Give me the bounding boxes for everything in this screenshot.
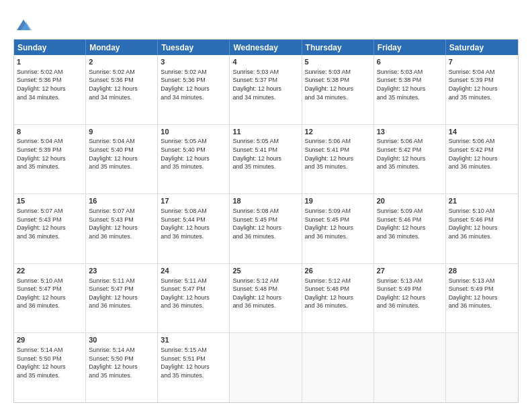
day-info: Sunrise: 5:03 AM Sunset: 5:38 PM Dayligh…: [377, 68, 443, 101]
day-info: Sunrise: 5:04 AM Sunset: 5:39 PM Dayligh…: [449, 68, 515, 101]
calendar-cell: 1Sunrise: 5:02 AM Sunset: 5:36 PM Daylig…: [14, 55, 86, 124]
day-number: 16: [89, 196, 154, 206]
day-number: 24: [161, 266, 226, 276]
header-day-saturday: Saturday: [446, 40, 518, 55]
day-number: 13: [377, 127, 443, 137]
day-number: 9: [89, 127, 154, 137]
day-info: Sunrise: 5:09 AM Sunset: 5:46 PM Dayligh…: [377, 207, 443, 240]
day-info: Sunrise: 5:02 AM Sunset: 5:36 PM Dayligh…: [17, 68, 83, 101]
day-number: 25: [232, 266, 298, 276]
day-info: Sunrise: 5:06 AM Sunset: 5:41 PM Dayligh…: [305, 137, 371, 171]
day-number: 26: [305, 266, 371, 276]
day-info: Sunrise: 5:07 AM Sunset: 5:43 PM Dayligh…: [89, 207, 154, 240]
header-day-friday: Friday: [374, 40, 446, 55]
day-number: 6: [377, 57, 443, 67]
calendar-header: SundayMondayTuesdayWednesdayThursdayFrid…: [14, 40, 518, 55]
day-number: 15: [17, 196, 83, 206]
day-number: 10: [161, 127, 226, 137]
calendar-cell: 10Sunrise: 5:05 AM Sunset: 5:40 PM Dayli…: [158, 125, 230, 194]
calendar-cell: 17Sunrise: 5:08 AM Sunset: 5:44 PM Dayli…: [158, 194, 230, 263]
day-info: Sunrise: 5:03 AM Sunset: 5:38 PM Dayligh…: [305, 68, 371, 101]
day-number: 30: [89, 335, 154, 345]
day-number: 28: [449, 266, 515, 276]
day-info: Sunrise: 5:07 AM Sunset: 5:43 PM Dayligh…: [17, 207, 83, 240]
logo: [13, 15, 34, 34]
calendar-cell: 29Sunrise: 5:14 AM Sunset: 5:50 PM Dayli…: [14, 333, 86, 402]
day-info: Sunrise: 5:05 AM Sunset: 5:40 PM Dayligh…: [161, 137, 226, 171]
calendar-cell: 25Sunrise: 5:12 AM Sunset: 5:48 PM Dayli…: [230, 264, 302, 333]
calendar-cell: [302, 333, 374, 402]
calendar-cell: 19Sunrise: 5:09 AM Sunset: 5:45 PM Dayli…: [302, 194, 374, 263]
calendar: SundayMondayTuesdayWednesdayThursdayFrid…: [13, 39, 519, 403]
day-info: Sunrise: 5:14 AM Sunset: 5:50 PM Dayligh…: [89, 346, 154, 379]
day-number: 20: [377, 196, 443, 206]
calendar-cell: 8Sunrise: 5:04 AM Sunset: 5:39 PM Daylig…: [14, 125, 86, 194]
calendar-cell: 26Sunrise: 5:12 AM Sunset: 5:48 PM Dayli…: [302, 264, 374, 333]
day-info: Sunrise: 5:11 AM Sunset: 5:47 PM Dayligh…: [89, 277, 154, 310]
calendar-cell: 22Sunrise: 5:10 AM Sunset: 5:47 PM Dayli…: [14, 264, 86, 333]
day-number: 4: [232, 57, 298, 67]
calendar-cell: 20Sunrise: 5:09 AM Sunset: 5:46 PM Dayli…: [374, 194, 446, 263]
day-number: 8: [17, 127, 83, 137]
day-info: Sunrise: 5:06 AM Sunset: 5:42 PM Dayligh…: [449, 137, 515, 171]
calendar-cell: 9Sunrise: 5:04 AM Sunset: 5:40 PM Daylig…: [86, 125, 158, 194]
day-info: Sunrise: 5:03 AM Sunset: 5:37 PM Dayligh…: [232, 68, 298, 101]
day-info: Sunrise: 5:13 AM Sunset: 5:49 PM Dayligh…: [449, 277, 515, 310]
day-number: 12: [305, 127, 371, 137]
calendar-cell: [230, 333, 302, 402]
header: [13, 12, 519, 34]
calendar-cell: [446, 333, 518, 402]
day-info: Sunrise: 5:11 AM Sunset: 5:47 PM Dayligh…: [161, 277, 226, 310]
calendar-cell: 28Sunrise: 5:13 AM Sunset: 5:49 PM Dayli…: [446, 264, 518, 333]
calendar-cell: 18Sunrise: 5:08 AM Sunset: 5:45 PM Dayli…: [230, 194, 302, 263]
header-day-tuesday: Tuesday: [158, 40, 230, 55]
day-info: Sunrise: 5:09 AM Sunset: 5:45 PM Dayligh…: [305, 207, 371, 240]
calendar-cell: 12Sunrise: 5:06 AM Sunset: 5:41 PM Dayli…: [302, 125, 374, 194]
day-info: Sunrise: 5:02 AM Sunset: 5:36 PM Dayligh…: [161, 68, 226, 101]
calendar-cell: 16Sunrise: 5:07 AM Sunset: 5:43 PM Dayli…: [86, 194, 158, 263]
header-day-monday: Monday: [86, 40, 158, 55]
day-info: Sunrise: 5:10 AM Sunset: 5:47 PM Dayligh…: [17, 277, 83, 310]
day-number: 11: [232, 127, 298, 137]
calendar-cell: 4Sunrise: 5:03 AM Sunset: 5:37 PM Daylig…: [230, 55, 302, 124]
calendar-week-1: 1Sunrise: 5:02 AM Sunset: 5:36 PM Daylig…: [14, 55, 518, 125]
day-number: 23: [89, 266, 154, 276]
calendar-cell: 13Sunrise: 5:06 AM Sunset: 5:42 PM Dayli…: [374, 125, 446, 194]
day-info: Sunrise: 5:15 AM Sunset: 5:51 PM Dayligh…: [161, 346, 226, 379]
day-number: 5: [305, 57, 371, 67]
calendar-week-4: 22Sunrise: 5:10 AM Sunset: 5:47 PM Dayli…: [14, 264, 518, 334]
calendar-cell: 2Sunrise: 5:02 AM Sunset: 5:36 PM Daylig…: [86, 55, 158, 124]
day-info: Sunrise: 5:12 AM Sunset: 5:48 PM Dayligh…: [305, 277, 371, 310]
day-info: Sunrise: 5:10 AM Sunset: 5:46 PM Dayligh…: [449, 207, 515, 240]
calendar-cell: 30Sunrise: 5:14 AM Sunset: 5:50 PM Dayli…: [86, 333, 158, 402]
day-number: 27: [377, 266, 443, 276]
calendar-week-5: 29Sunrise: 5:14 AM Sunset: 5:50 PM Dayli…: [14, 333, 518, 402]
calendar-cell: 27Sunrise: 5:13 AM Sunset: 5:49 PM Dayli…: [374, 264, 446, 333]
calendar-cell: 21Sunrise: 5:10 AM Sunset: 5:46 PM Dayli…: [446, 194, 518, 263]
day-number: 14: [449, 127, 515, 137]
calendar-cell: 3Sunrise: 5:02 AM Sunset: 5:36 PM Daylig…: [158, 55, 230, 124]
day-info: Sunrise: 5:04 AM Sunset: 5:40 PM Dayligh…: [89, 137, 154, 171]
day-number: 1: [17, 57, 83, 67]
calendar-cell: 7Sunrise: 5:04 AM Sunset: 5:39 PM Daylig…: [446, 55, 518, 124]
day-info: Sunrise: 5:13 AM Sunset: 5:49 PM Dayligh…: [377, 277, 443, 310]
calendar-cell: 23Sunrise: 5:11 AM Sunset: 5:47 PM Dayli…: [86, 264, 158, 333]
day-info: Sunrise: 5:08 AM Sunset: 5:44 PM Dayligh…: [161, 207, 226, 240]
day-number: 7: [449, 57, 515, 67]
day-number: 22: [17, 266, 83, 276]
calendar-cell: 11Sunrise: 5:05 AM Sunset: 5:41 PM Dayli…: [230, 125, 302, 194]
day-number: 18: [232, 196, 298, 206]
calendar-week-2: 8Sunrise: 5:04 AM Sunset: 5:39 PM Daylig…: [14, 125, 518, 195]
day-number: 21: [449, 196, 515, 206]
day-info: Sunrise: 5:14 AM Sunset: 5:50 PM Dayligh…: [17, 346, 83, 379]
day-info: Sunrise: 5:02 AM Sunset: 5:36 PM Dayligh…: [89, 68, 154, 101]
calendar-cell: 31Sunrise: 5:15 AM Sunset: 5:51 PM Dayli…: [158, 333, 230, 402]
calendar-cell: 6Sunrise: 5:03 AM Sunset: 5:38 PM Daylig…: [374, 55, 446, 124]
day-number: 19: [305, 196, 371, 206]
calendar-cell: 5Sunrise: 5:03 AM Sunset: 5:38 PM Daylig…: [302, 55, 374, 124]
calendar-cell: 14Sunrise: 5:06 AM Sunset: 5:42 PM Dayli…: [446, 125, 518, 194]
header-day-wednesday: Wednesday: [230, 40, 302, 55]
day-number: 3: [161, 57, 226, 67]
calendar-cell: 15Sunrise: 5:07 AM Sunset: 5:43 PM Dayli…: [14, 194, 86, 263]
day-info: Sunrise: 5:05 AM Sunset: 5:41 PM Dayligh…: [232, 137, 298, 171]
